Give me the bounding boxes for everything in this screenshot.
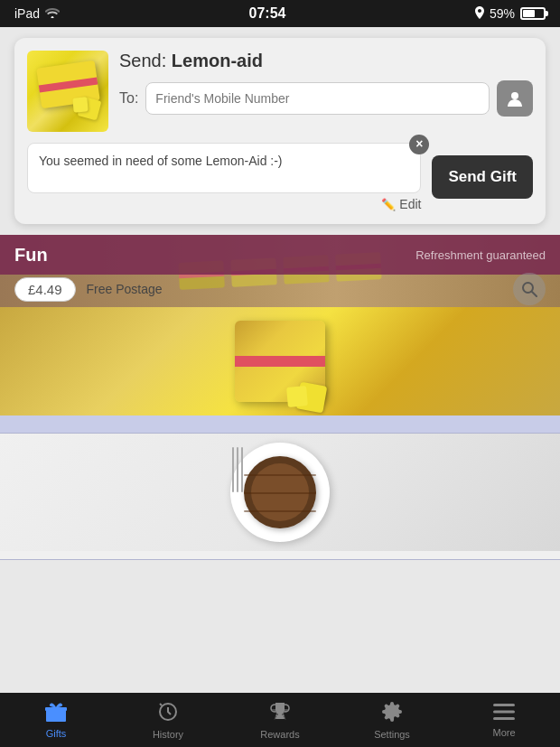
location-icon — [475, 6, 484, 22]
more-icon — [493, 703, 515, 724]
bottom-nav: Gifts History Rewards — [0, 693, 560, 747]
time-display: 07:54 — [249, 5, 286, 22]
svg-line-2 — [532, 292, 537, 296]
svg-rect-13 — [493, 717, 515, 720]
svg-rect-11 — [493, 704, 515, 706]
battery-percent: 59% — [490, 6, 515, 21]
svg-point-0 — [511, 92, 518, 99]
status-bar: iPad 07:54 59% — [0, 0, 560, 27]
category-subtitle: Refreshment guaranteed — [415, 248, 546, 262]
nav-label-gifts: Gifts — [46, 728, 67, 739]
contact-picker-button[interactable] — [497, 80, 533, 117]
edit-label[interactable]: Edit — [399, 197, 421, 211]
gifts-icon — [44, 702, 68, 725]
history-icon — [157, 701, 179, 726]
pencil-icon: ✏️ — [381, 198, 396, 211]
wifi-icon — [45, 6, 60, 21]
nav-label-settings: Settings — [374, 729, 410, 740]
send-prefix: Send: — [119, 51, 166, 70]
send-gift-button[interactable]: Send Gift — [432, 155, 533, 199]
rewards-icon — [268, 701, 292, 726]
category-label: Fun — [14, 245, 48, 266]
product-item-choc-pizza: Chocolate pizza Pizza with a difference — [0, 434, 560, 560]
choc-pizza-image — [0, 434, 560, 551]
search-icon — [521, 281, 537, 297]
to-label: To: — [119, 90, 138, 107]
product-thumbnail — [27, 51, 108, 132]
nav-label-history: History — [153, 729, 183, 740]
product-item-lemon-aid: Lemon-aid When life gives you lemons... … — [0, 307, 560, 434]
main-content: Send: Lemon-aid To: — [0, 27, 560, 693]
fun-search-button[interactable] — [513, 273, 546, 305]
send-title: Send: Lemon-aid — [119, 51, 533, 71]
nav-item-history[interactable]: History — [112, 693, 224, 747]
battery-indicator — [520, 7, 546, 20]
nav-item-more[interactable]: More — [448, 693, 560, 747]
nav-item-gifts[interactable]: Gifts — [0, 693, 112, 747]
nav-item-rewards[interactable]: Rewards — [224, 693, 336, 747]
category-section: Fun Refreshment guaranteed £4.49 Free Po… — [0, 235, 560, 307]
settings-icon — [381, 701, 403, 726]
fun-free-postage: Free Postage — [87, 282, 163, 296]
message-box: × You seemed in need of some Lemon-Aid :… — [27, 143, 421, 193]
nav-label-rewards: Rewards — [260, 729, 299, 740]
svg-rect-12 — [493, 710, 515, 713]
lemon-aid-image — [0, 307, 560, 416]
svg-rect-7 — [55, 707, 57, 719]
fun-price-badge: £4.49 — [14, 277, 76, 302]
svg-rect-10 — [275, 717, 285, 719]
nav-label-more: More — [492, 727, 515, 738]
phone-input[interactable] — [145, 82, 490, 115]
message-text: You seemed in need of some Lemon-Aid :-) — [39, 154, 283, 168]
device-label: iPad — [14, 6, 40, 21]
send-card: Send: Lemon-aid To: — [14, 38, 546, 224]
nav-item-settings[interactable]: Settings — [336, 693, 448, 747]
category-banner: Fun Refreshment guaranteed — [0, 235, 560, 275]
fun-price-row: £4.49 Free Postage — [0, 271, 560, 307]
send-product-name: Lemon-aid — [172, 51, 263, 70]
svg-rect-9 — [278, 714, 282, 717]
close-message-button[interactable]: × — [409, 135, 429, 154]
contact-icon — [505, 89, 525, 108]
